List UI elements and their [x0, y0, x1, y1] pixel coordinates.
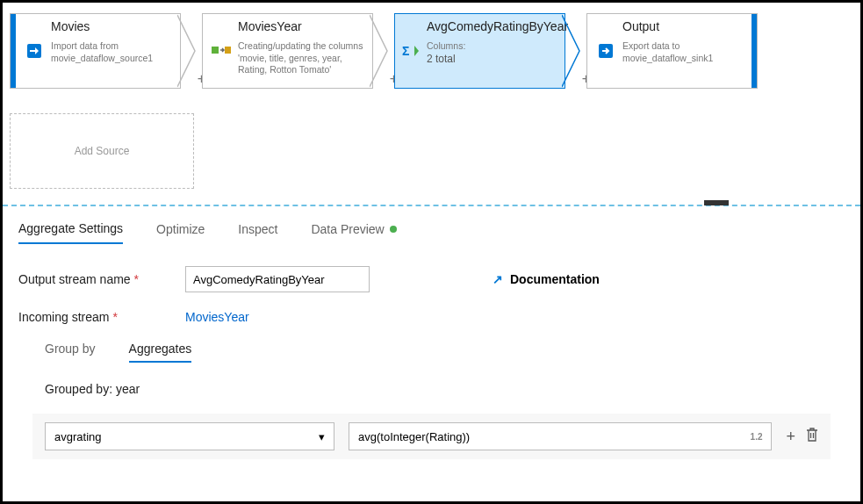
- node-accent-bar: [11, 14, 16, 88]
- external-link-icon: ↗: [493, 272, 503, 286]
- doc-label: Documentation: [510, 272, 600, 286]
- expression-value: avg(toInteger(Rating)): [358, 430, 470, 443]
- incoming-stream-label: Incoming stream *: [18, 310, 185, 324]
- expression-type-badge: 1.2: [751, 432, 763, 442]
- node-moviesyear[interactable]: MoviesYear Creating/updating the columns…: [202, 13, 373, 89]
- subtab-groupby[interactable]: Group by: [45, 342, 96, 363]
- add-row-icon[interactable]: +: [786, 428, 795, 446]
- documentation-link[interactable]: ↗ Documentation: [493, 272, 600, 286]
- expression-input[interactable]: avg(toInteger(Rating)) 1.2: [349, 422, 772, 450]
- preview-status-dot: [390, 226, 397, 233]
- source-icon: [23, 19, 46, 83]
- aggregate-row: avgrating ▾ avg(toInteger(Rating)) 1.2 +: [32, 414, 831, 459]
- collapse-handle[interactable]: [704, 200, 729, 205]
- node-accent-bar: [752, 14, 757, 88]
- connector: +: [373, 13, 394, 89]
- node-desc: Creating/updating the columns 'movie, ti…: [238, 40, 365, 76]
- node-title: Movies: [51, 19, 173, 33]
- settings-panel: Aggregate Settings Optimize Inspect Data…: [3, 212, 860, 468]
- aggregate-subtabs: Group by Aggregates: [45, 342, 845, 363]
- node-desc: Import data from movie_dataflow_source1: [51, 40, 173, 64]
- add-source-button[interactable]: Add Source: [10, 113, 194, 189]
- output-stream-input[interactable]: [185, 266, 370, 292]
- node-title: AvgComedyRatingByYear: [427, 19, 568, 33]
- tab-optimize[interactable]: Optimize: [156, 221, 205, 244]
- flow-row: Movies Import data from movie_dataflow_s…: [10, 13, 853, 89]
- panel-tabs: Aggregate Settings Optimize Inspect Data…: [18, 221, 845, 245]
- panel-divider: [3, 205, 860, 205]
- tab-label: Data Preview: [311, 222, 384, 236]
- grouped-by-label: Grouped by: year: [45, 382, 845, 396]
- column-dropdown[interactable]: avgrating ▾: [45, 422, 334, 450]
- node-subvalue: 2 total: [427, 53, 568, 65]
- dropdown-value: avgrating: [54, 430, 101, 443]
- node-title: MoviesYear: [238, 19, 365, 33]
- derived-column-icon: [210, 19, 233, 83]
- tab-inspect[interactable]: Inspect: [238, 221, 277, 244]
- svg-rect-2: [225, 47, 231, 54]
- node-movies[interactable]: Movies Import data from movie_dataflow_s…: [10, 13, 181, 89]
- output-stream-label: Output stream name *: [18, 272, 185, 286]
- subtab-aggregates[interactable]: Aggregates: [129, 342, 192, 363]
- node-avgcomedy[interactable]: Σ AvgComedyRatingByYear Columns: 2 total: [394, 13, 565, 89]
- tab-aggregate-settings[interactable]: Aggregate Settings: [18, 221, 123, 244]
- svg-rect-1: [212, 47, 219, 54]
- connector: +: [565, 13, 586, 89]
- delete-row-icon[interactable]: [806, 428, 818, 446]
- add-source-label: Add Source: [75, 145, 130, 157]
- incoming-stream-value[interactable]: MoviesYear: [185, 310, 249, 324]
- dataflow-canvas: Movies Import data from movie_dataflow_s…: [3, 3, 860, 205]
- node-title: Output: [622, 19, 744, 33]
- node-sublabel: Columns:: [427, 40, 568, 51]
- node-output[interactable]: Output Export data to movie_dataflow_sin…: [586, 13, 758, 89]
- node-desc: Export data to movie_dataflow_sink1: [622, 40, 744, 64]
- svg-text:Σ: Σ: [402, 44, 409, 58]
- sink-icon: [594, 19, 617, 83]
- tab-data-preview[interactable]: Data Preview: [311, 221, 396, 244]
- connector: +: [181, 13, 202, 89]
- chevron-down-icon: ▾: [319, 430, 325, 443]
- aggregate-icon: Σ: [402, 19, 421, 83]
